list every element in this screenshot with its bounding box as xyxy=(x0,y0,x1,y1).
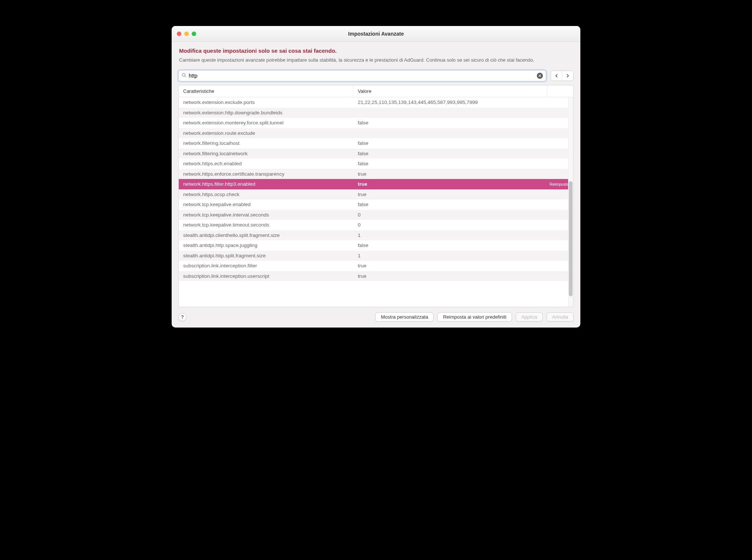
table-row[interactable]: network.extension.http.downgrade.bundlei… xyxy=(179,108,573,118)
titlebar: Impostazioni Avanzate xyxy=(172,26,580,42)
column-header-key[interactable]: Caratteristiche xyxy=(179,85,353,97)
setting-key: stealth.antidpi.clienthello.split.fragme… xyxy=(179,232,353,238)
setting-key: network.https.enforce.certificate.transp… xyxy=(179,171,353,177)
setting-key: network.extension.monterey.force.split.t… xyxy=(179,120,353,126)
table-row[interactable]: network.filtering.localhostfalse xyxy=(179,138,573,149)
table-row[interactable]: network.https.ech.enabledfalse xyxy=(179,159,573,169)
setting-key: network.https.ocsp.check xyxy=(179,192,353,197)
scrollbar-thumb[interactable] xyxy=(569,181,573,296)
cancel-button[interactable]: Annulla xyxy=(547,312,574,322)
search-icon xyxy=(182,73,187,79)
svg-line-1 xyxy=(185,76,186,77)
setting-value: false xyxy=(353,242,547,248)
search-next-button[interactable] xyxy=(562,71,573,81)
setting-value: 1 xyxy=(353,232,547,238)
table-row[interactable]: subscription.link.interception.filtertru… xyxy=(179,261,573,271)
svg-point-0 xyxy=(182,74,185,76)
setting-value: true xyxy=(353,171,547,177)
setting-key: network.tcp.keepalive.interval.seconds xyxy=(179,212,353,218)
table-row[interactable]: network.extension.monterey.force.split.t… xyxy=(179,118,573,128)
setting-key: network.extension.exclude.ports xyxy=(179,100,353,105)
search-row xyxy=(172,68,580,85)
search-prev-button[interactable] xyxy=(551,71,562,81)
table-row[interactable]: stealth.antidpi.http.split.fragment.size… xyxy=(179,251,573,261)
search-field-wrap[interactable] xyxy=(178,70,546,81)
table-row[interactable]: stealth.antidpi.http.space.jugglingfalse xyxy=(179,240,573,251)
window-title: Impostazioni Avanzate xyxy=(172,31,580,37)
setting-key: network.filtering.localnetwork xyxy=(179,151,353,156)
setting-key: network.https.ech.enabled xyxy=(179,161,353,166)
footer: ? Mostra personalizzata Reimposta ai val… xyxy=(172,307,580,328)
search-input[interactable] xyxy=(189,73,537,79)
help-button[interactable]: ? xyxy=(178,313,187,321)
table-row[interactable]: network.tcp.keepalive.enabledfalse xyxy=(179,199,573,210)
column-header-action xyxy=(547,85,573,97)
setting-key: network.extension.route.exclude xyxy=(179,130,353,136)
setting-value: 0 xyxy=(353,222,547,228)
warning-body: Cambiare queste impostazioni avanzate po… xyxy=(179,57,573,64)
setting-key: subscription.link.interception.filter xyxy=(179,263,353,268)
settings-table: Caratteristiche Valore network.extension… xyxy=(178,85,574,307)
table-body[interactable]: network.extension.exclude.ports21,22,25,… xyxy=(179,97,573,307)
setting-value: 1 xyxy=(353,253,547,258)
column-header-value[interactable]: Valore xyxy=(353,85,547,97)
setting-key: subscription.link.interception.userscrip… xyxy=(179,273,353,279)
reset-defaults-button[interactable]: Reimposta ai valori predefiniti xyxy=(437,312,512,322)
apply-button[interactable]: Applica xyxy=(516,312,543,322)
setting-key: network.tcp.keepalive.timeout.seconds xyxy=(179,222,353,228)
warning-section: Modifica queste impostazioni solo se sai… xyxy=(172,42,580,68)
setting-key: network.extension.http.downgrade.bundlei… xyxy=(179,110,353,115)
setting-key: network.https.filter.http3.enabled xyxy=(179,181,353,187)
setting-value: true xyxy=(353,273,547,279)
table-row[interactable]: stealth.antidpi.clienthello.split.fragme… xyxy=(179,230,573,241)
setting-value: false xyxy=(353,140,547,146)
clear-search-button[interactable] xyxy=(537,73,543,79)
setting-value: 21,22,25,110,135,139,143,445,465,587,993… xyxy=(353,100,547,105)
setting-key: stealth.antidpi.http.split.fragment.size xyxy=(179,253,353,258)
setting-key: network.filtering.localhost xyxy=(179,140,353,146)
setting-value: true xyxy=(353,192,547,197)
table-header: Caratteristiche Valore xyxy=(179,85,573,97)
setting-key: network.tcp.keepalive.enabled xyxy=(179,202,353,207)
setting-value: false xyxy=(353,151,547,156)
setting-value: 0 xyxy=(353,212,547,218)
setting-value: false xyxy=(353,161,547,166)
setting-value: false xyxy=(353,120,547,126)
setting-value: false xyxy=(353,202,547,207)
table-row[interactable]: network.https.enforce.certificate.transp… xyxy=(179,169,573,179)
setting-value: true xyxy=(353,263,547,268)
table-row[interactable]: network.tcp.keepalive.interval.seconds0 xyxy=(179,210,573,220)
scrollbar-track[interactable] xyxy=(568,97,573,307)
table-row[interactable]: network.tcp.keepalive.timeout.seconds0 xyxy=(179,220,573,230)
table-row[interactable]: subscription.link.interception.userscrip… xyxy=(179,271,573,281)
table-row[interactable]: network.https.filter.http3.enabledtrueRe… xyxy=(179,179,573,189)
search-nav-group xyxy=(551,71,574,81)
show-custom-button[interactable]: Mostra personalizzata xyxy=(375,312,434,322)
table-row[interactable]: network.https.ocsp.checktrue xyxy=(179,189,573,200)
table-row[interactable]: network.extension.exclude.ports21,22,25,… xyxy=(179,97,573,108)
warning-title: Modifica queste impostazioni solo se sai… xyxy=(179,48,573,54)
table-row[interactable]: network.extension.route.exclude xyxy=(179,128,573,139)
settings-window: Impostazioni Avanzate Modifica queste im… xyxy=(172,26,580,328)
table-row[interactable]: network.filtering.localnetworkfalse xyxy=(179,149,573,159)
setting-key: stealth.antidpi.http.space.juggling xyxy=(179,242,353,248)
setting-value: true xyxy=(353,181,547,187)
